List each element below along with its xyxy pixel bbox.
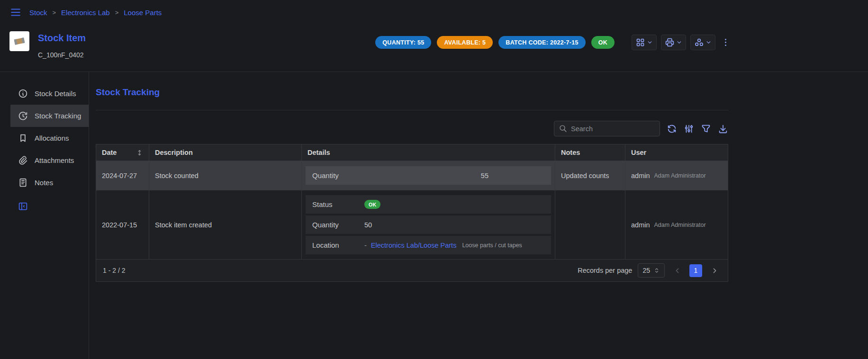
app-window: Stock > Electronics Lab > Loose Parts St… (0, 0, 868, 359)
column-header-details: Details (302, 144, 555, 161)
refresh-button[interactable] (667, 124, 677, 134)
available-badge: AVAILABLE: 5 (437, 36, 493, 49)
sidebar-item-label: Stock Details (35, 90, 76, 98)
column-header-date[interactable]: Date (96, 144, 149, 161)
chevron-down-icon (676, 39, 682, 45)
page-number-button[interactable]: 1 (689, 264, 702, 277)
barcode-actions-button[interactable] (632, 35, 657, 50)
location-link[interactable]: Electronics Lab/Loose Parts (371, 242, 457, 249)
search-input[interactable] (571, 125, 655, 133)
cell-details: Status OK Quantity 50 Location - Electro… (302, 190, 555, 259)
search-box (554, 121, 660, 136)
chevron-right-icon (711, 267, 719, 275)
chevron-down-icon (647, 39, 653, 45)
quantity-value: 55 (481, 172, 488, 180)
history-icon (18, 111, 28, 121)
sidebar-item-notes[interactable]: Notes (10, 171, 89, 194)
table-row[interactable]: 2024-07-27 Stock counted Quantity 55 Upd… (96, 161, 728, 190)
sidebar-item-label: Notes (35, 179, 53, 187)
table-header-row: Date Description Details Notes User (96, 144, 728, 161)
breadcrumb-stock[interactable]: Stock (29, 9, 47, 17)
breadcrumb-separator: > (53, 9, 56, 16)
adjustments-icon (684, 124, 694, 134)
table-row[interactable]: 2022-07-15 Stock item created Status OK … (96, 190, 728, 260)
panel-divider (96, 110, 728, 110)
records-per-page-label: Records per page (578, 267, 632, 274)
breadcrumb-separator: > (115, 9, 119, 16)
status-ok-chip: OK (364, 200, 380, 209)
top-navigation: Stock > Electronics Lab > Loose Parts (0, 0, 868, 25)
sort-icon[interactable] (136, 149, 143, 156)
stock-actions-button[interactable] (690, 35, 715, 50)
location-dash: - (364, 242, 367, 249)
breadcrumb-electronics-lab[interactable]: Electronics Lab (61, 9, 110, 17)
next-page-button[interactable] (708, 264, 721, 277)
location-description: Loose parts / cut tapes (462, 242, 522, 249)
sidebar-item-stock-tracking[interactable]: Stock Tracking (10, 105, 89, 127)
stock-actions-icon (694, 37, 704, 47)
sidebar-item-label: Stock Tracking (35, 112, 81, 120)
overflow-menu-button[interactable] (720, 35, 732, 50)
username: admin (631, 172, 650, 180)
stock-item-thumbnail[interactable] (9, 31, 29, 51)
download-icon (718, 124, 728, 134)
record-range: 1 - 2 / 2 (103, 267, 125, 274)
sidebar-item-attachments[interactable]: Attachments (10, 149, 89, 171)
quantity-badge: QUANTITY: 55 (375, 36, 431, 49)
notes-icon (18, 178, 28, 188)
download-button[interactable] (718, 124, 728, 134)
previous-page-button[interactable] (670, 264, 684, 277)
cell-notes: Updated counts (555, 161, 625, 190)
cell-details: Quantity 55 (302, 161, 555, 190)
header-badges-and-actions: QUANTITY: 55 AVAILABLE: 5 BATCH CODE: 20… (375, 35, 732, 50)
column-settings-button[interactable] (684, 124, 694, 134)
barcode-actions-icon (635, 37, 645, 47)
detail-status: Status OK (306, 195, 551, 214)
pagination-controls: Records per page 25 1 (578, 263, 721, 278)
part-name: C_100nF_0402 (38, 51, 86, 59)
detail-location: Location - Electronics Lab/Loose Parts L… (306, 236, 551, 254)
breadcrumb: Stock > Electronics Lab > Loose Parts (29, 9, 162, 17)
chevron-left-icon (673, 267, 681, 275)
filter-button[interactable] (701, 124, 711, 134)
chevron-down-icon (705, 39, 712, 45)
detail-quantity: Quantity 50 (306, 215, 551, 234)
sidebar-collapse-icon (18, 201, 28, 211)
records-per-page-select[interactable]: 25 (638, 263, 665, 278)
printer-icon (665, 37, 675, 47)
hamburger-menu-icon[interactable] (9, 6, 22, 18)
panel-main: Stock Tracking (89, 72, 868, 359)
sidebar-item-label: Allocations (35, 134, 69, 142)
cell-user: admin Adam Administrator (625, 161, 728, 190)
batch-code-badge: BATCH CODE: 2022-7-15 (498, 36, 585, 49)
header-action-buttons (632, 35, 732, 50)
content-area: Stock Details Stock Tracking Allocations… (0, 72, 868, 359)
table-toolbar (96, 121, 728, 136)
bookmark-icon (18, 133, 28, 143)
detail-quantity: Quantity 55 (306, 166, 551, 185)
sidebar-item-stock-details[interactable]: Stock Details (10, 82, 89, 105)
sidebar-collapse-button[interactable] (10, 201, 89, 213)
filter-icon (701, 124, 711, 134)
cell-description: Stock counted (149, 161, 302, 190)
paperclip-icon (18, 155, 28, 165)
cell-notes (555, 190, 625, 259)
username: admin (631, 221, 650, 229)
search-icon (559, 125, 567, 133)
cell-user: admin Adam Administrator (625, 190, 728, 259)
sidebar-item-allocations[interactable]: Allocations (10, 127, 89, 149)
column-header-user[interactable]: User (625, 144, 728, 161)
refresh-icon (667, 124, 677, 134)
status-badge: OK (591, 36, 615, 49)
print-actions-button[interactable] (661, 35, 686, 50)
dots-vertical-icon (721, 37, 731, 47)
table-footer: 1 - 2 / 2 Records per page 25 1 (96, 260, 728, 281)
sidebar-item-label: Attachments (35, 156, 74, 164)
quantity-value: 50 (364, 221, 372, 229)
cell-date: 2024-07-27 (96, 161, 149, 190)
breadcrumb-loose-parts[interactable]: Loose Parts (124, 9, 162, 17)
column-header-description[interactable]: Description (149, 144, 302, 161)
selector-icon (653, 267, 660, 274)
stock-tracking-table: Date Description Details Notes User 2024… (96, 144, 728, 282)
cell-date: 2022-07-15 (96, 190, 149, 259)
